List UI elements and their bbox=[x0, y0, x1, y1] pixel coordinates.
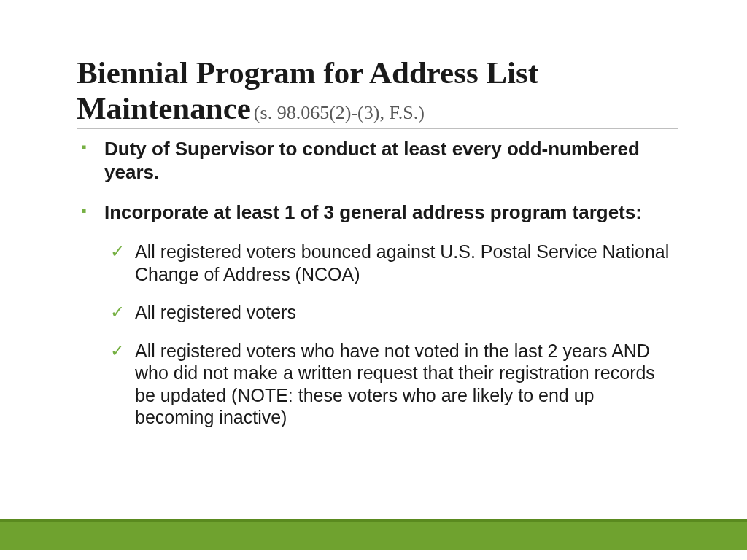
sub-bullet-list: All registered voters bounced against U.… bbox=[104, 241, 678, 429]
list-item: Incorporate at least 1 of 3 general addr… bbox=[77, 201, 678, 428]
slide-subtitle: (s. 98.065(2)-(3), F.S.) bbox=[254, 102, 425, 123]
sub-bullet-text: All registered voters bounced against U.… bbox=[135, 241, 669, 284]
list-item: All registered voters bbox=[104, 301, 678, 324]
sub-bullet-text: All registered voters who have not voted… bbox=[135, 341, 655, 428]
list-item: All registered voters who have not voted… bbox=[104, 340, 678, 429]
footer-accent-bar bbox=[0, 519, 747, 550]
list-item: Duty of Supervisor to conduct at least e… bbox=[77, 138, 678, 184]
bullet-text: Incorporate at least 1 of 3 general addr… bbox=[104, 201, 642, 223]
slide: Biennial Program for Address List Mainte… bbox=[0, 0, 747, 560]
bullet-list: Duty of Supervisor to conduct at least e… bbox=[77, 138, 678, 429]
sub-bullet-text: All registered voters bbox=[135, 302, 296, 322]
bullet-text: Duty of Supervisor to conduct at least e… bbox=[104, 138, 640, 183]
title-block: Biennial Program for Address List Mainte… bbox=[77, 55, 678, 129]
content-body: Duty of Supervisor to conduct at least e… bbox=[77, 138, 678, 429]
list-item: All registered voters bounced against U.… bbox=[104, 241, 678, 285]
